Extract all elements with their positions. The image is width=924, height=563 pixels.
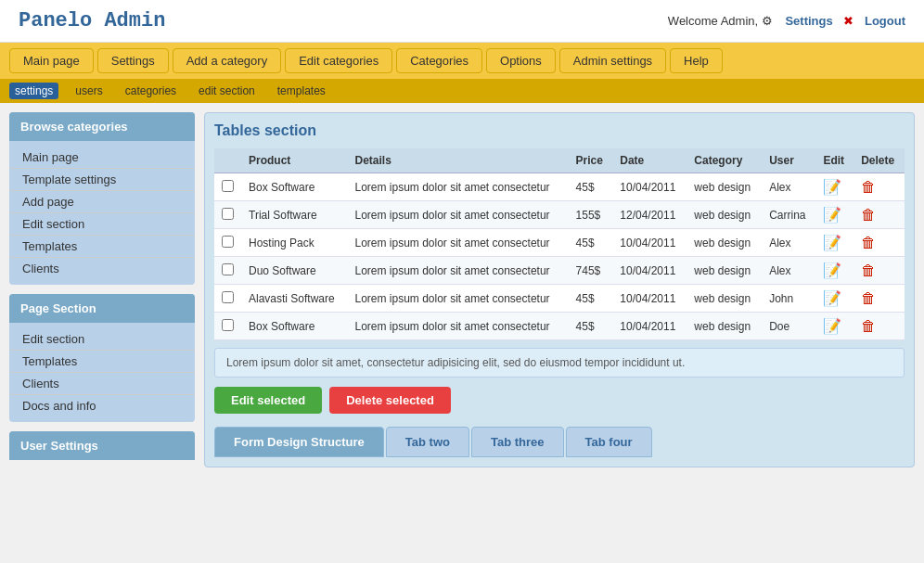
- data-table: Product Details Price Date Category User…: [214, 148, 905, 340]
- row-delete-5[interactable]: 🗑: [853, 313, 905, 340]
- row-checkbox-4[interactable]: [214, 285, 241, 313]
- nav-btn-admin-settings[interactable]: Admin settings: [559, 48, 666, 73]
- edit-icon[interactable]: 📝: [823, 290, 841, 306]
- row-checkbox-1[interactable]: [214, 201, 241, 229]
- note-box: Lorem ipsum dolor sit amet, consectetur …: [214, 348, 905, 377]
- nav-btn-edit-categories[interactable]: Edit categories: [285, 48, 392, 73]
- nav-btn-settings[interactable]: Settings: [97, 48, 169, 73]
- delete-icon[interactable]: 🗑: [861, 179, 876, 195]
- row-details-3: Lorem ipsum dolor sit amet consectetur: [347, 257, 568, 285]
- row-delete-3[interactable]: 🗑: [853, 257, 905, 285]
- row-category-2: web design: [687, 229, 762, 257]
- sub-nav-item-templates[interactable]: templates: [272, 83, 331, 99]
- edit-icon[interactable]: 📝: [823, 262, 841, 278]
- nav-btn-options[interactable]: Options: [486, 48, 556, 73]
- row-price-1: 155$: [569, 201, 613, 229]
- row-price-0: 45$: [569, 173, 613, 201]
- delete-icon[interactable]: 🗑: [861, 262, 876, 278]
- checkbox-header: [214, 148, 241, 173]
- row-edit-2[interactable]: 📝: [815, 229, 853, 257]
- delete-icon[interactable]: 🗑: [861, 318, 876, 334]
- row-price-4: 45$: [569, 285, 613, 313]
- row-details-1: Lorem ipsum dolor sit amet consectetur: [347, 201, 568, 229]
- header-right: Welcome Admin, ⚙ Settings ✖ Logout: [668, 9, 905, 28]
- browse-menu-item-templates[interactable]: Templates: [9, 235, 195, 257]
- browse-menu-item-main-page[interactable]: Main page: [9, 147, 195, 168]
- row-category-0: web design: [687, 173, 762, 201]
- page-menu-item-clients[interactable]: Clients: [9, 372, 195, 394]
- edit-icon[interactable]: 📝: [823, 179, 841, 195]
- nav-btn-categories[interactable]: Categories: [396, 48, 482, 73]
- row-checkbox-5[interactable]: [214, 313, 241, 340]
- edit-icon[interactable]: 📝: [823, 318, 841, 334]
- tab-tab-two[interactable]: Tab two: [386, 427, 469, 457]
- row-user-3: Alex: [762, 257, 815, 285]
- logout-link[interactable]: Logout: [865, 14, 905, 28]
- row-delete-1[interactable]: 🗑: [853, 201, 905, 229]
- tab-tab-three[interactable]: Tab three: [471, 427, 564, 457]
- sub-nav: settingsuserscategoriesedit sectiontempl…: [0, 79, 924, 103]
- row-category-4: web design: [687, 285, 762, 313]
- row-product-3: Duo Software: [241, 257, 347, 285]
- action-buttons: Edit selected Delete selected: [214, 387, 905, 414]
- settings-link[interactable]: Settings: [785, 14, 832, 28]
- nav-btn-main-page[interactable]: Main page: [9, 48, 94, 73]
- row-edit-0[interactable]: 📝: [815, 173, 853, 201]
- nav-btn-add-a-category[interactable]: Add a category: [173, 48, 281, 73]
- row-edit-3[interactable]: 📝: [815, 257, 853, 285]
- main-nav: Main pageSettingsAdd a categoryEdit cate…: [0, 43, 924, 79]
- page-menu-item-templates[interactable]: Templates: [9, 350, 195, 372]
- sub-nav-item-categories[interactable]: categories: [120, 83, 182, 99]
- row-delete-2[interactable]: 🗑: [853, 229, 905, 257]
- row-user-0: Alex: [762, 173, 815, 201]
- row-user-4: John: [762, 285, 815, 313]
- col-date: Date: [612, 148, 687, 173]
- browse-categories-title: Browse categories: [9, 112, 195, 141]
- close-icon: ✖: [843, 14, 853, 28]
- edit-selected-button[interactable]: Edit selected: [214, 387, 322, 414]
- tab-tab-four[interactable]: Tab four: [566, 427, 652, 457]
- row-product-4: Alavasti Software: [241, 285, 347, 313]
- browse-menu-item-add-page[interactable]: Add page: [9, 190, 195, 212]
- delete-icon[interactable]: 🗑: [861, 235, 876, 250]
- row-edit-5[interactable]: 📝: [815, 313, 853, 340]
- row-edit-1[interactable]: 📝: [815, 201, 853, 229]
- table-row: Trial Software Lorem ipsum dolor sit ame…: [214, 201, 905, 229]
- row-details-0: Lorem ipsum dolor sit amet consectetur: [347, 173, 568, 201]
- main-layout: Browse categories Main pageTemplate sett…: [0, 103, 924, 479]
- sub-nav-item-settings[interactable]: settings: [9, 83, 58, 99]
- tab-form-design-structure[interactable]: Form Design Structure: [214, 427, 384, 457]
- row-product-1: Trial Software: [241, 201, 347, 229]
- content-area: Tables section Product Details Price Dat…: [204, 112, 915, 469]
- tables-section-title: Tables section: [214, 122, 905, 139]
- row-checkbox-0[interactable]: [214, 173, 241, 201]
- page-menu-item-edit-section[interactable]: Edit section: [9, 328, 195, 350]
- row-checkbox-3[interactable]: [214, 257, 241, 285]
- delete-selected-button[interactable]: Delete selected: [329, 387, 451, 414]
- user-settings-section: User Settings: [9, 431, 195, 460]
- delete-icon[interactable]: 🗑: [861, 290, 876, 306]
- col-user: User: [762, 148, 815, 173]
- row-category-5: web design: [687, 313, 762, 340]
- row-edit-4[interactable]: 📝: [815, 285, 853, 313]
- page-menu-item-docs-and-info[interactable]: Docs and info: [9, 394, 195, 416]
- sub-nav-item-users[interactable]: users: [70, 83, 108, 99]
- sidebar: Browse categories Main pageTemplate sett…: [9, 112, 195, 469]
- edit-icon[interactable]: 📝: [823, 235, 841, 250]
- sub-nav-item-edit-section[interactable]: edit section: [193, 83, 261, 99]
- row-category-1: web design: [687, 201, 762, 229]
- col-category: Category: [687, 148, 762, 173]
- browse-menu-item-clients[interactable]: Clients: [9, 257, 195, 279]
- nav-btn-help[interactable]: Help: [670, 48, 723, 73]
- browse-menu-item-edit-section[interactable]: Edit section: [9, 212, 195, 235]
- browse-menu-item-template-settings[interactable]: Template settings: [9, 168, 195, 190]
- row-delete-4[interactable]: 🗑: [853, 285, 905, 313]
- edit-icon[interactable]: 📝: [823, 207, 841, 223]
- row-delete-0[interactable]: 🗑: [853, 173, 905, 201]
- row-user-5: Doe: [762, 313, 815, 340]
- row-checkbox-2[interactable]: [214, 229, 241, 257]
- row-product-0: Box Software: [241, 173, 347, 201]
- col-price: Price: [569, 148, 613, 173]
- delete-icon[interactable]: 🗑: [861, 207, 876, 223]
- row-date-2: 10/04/2011: [612, 229, 687, 257]
